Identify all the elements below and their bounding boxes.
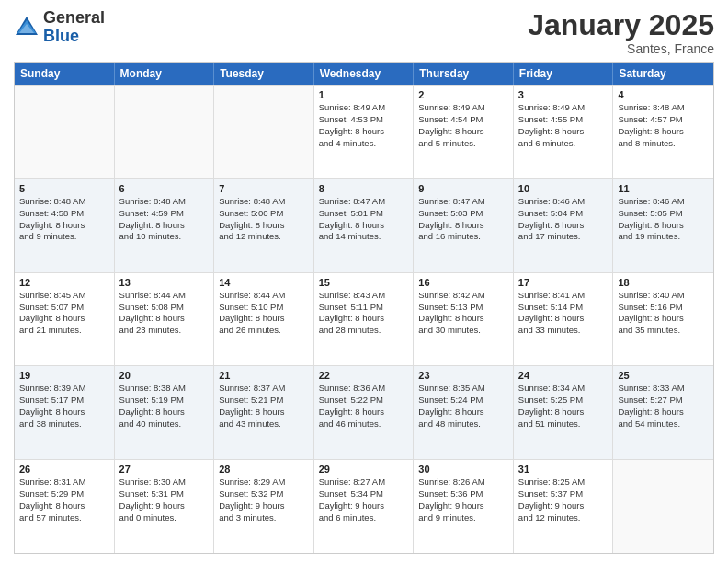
header-cell-friday: Friday (514, 63, 614, 85)
cell-line: Sunrise: 8:48 AM (618, 102, 709, 114)
cell-line: Sunrise: 8:26 AM (418, 477, 508, 488)
cell-line: Sunset: 5:31 PM (119, 488, 210, 500)
cell-line: Daylight: 8 hours (319, 220, 409, 232)
cell-line: Sunset: 4:57 PM (618, 114, 709, 126)
cell-line: Daylight: 8 hours (119, 220, 210, 232)
cell-line: Daylight: 8 hours (219, 220, 309, 232)
day-cell-26: 26Sunrise: 8:31 AMSunset: 5:29 PMDayligh… (15, 460, 115, 553)
day-number: 29 (319, 464, 409, 475)
cell-line: Sunrise: 8:34 AM (518, 383, 609, 395)
cell-line: Sunrise: 8:37 AM (219, 383, 309, 395)
cell-line: Sunrise: 8:48 AM (219, 196, 309, 208)
day-cell-6: 6Sunrise: 8:48 AMSunset: 4:59 PMDaylight… (115, 179, 215, 272)
day-number: 24 (518, 370, 609, 381)
cell-line: Sunrise: 8:40 AM (618, 290, 709, 302)
cell-line: and 6 minutes. (319, 512, 409, 524)
day-number: 25 (618, 370, 709, 381)
cell-line: Daylight: 8 hours (418, 407, 508, 419)
cell-line: Sunset: 5:17 PM (19, 395, 109, 407)
cell-line: Sunset: 5:22 PM (319, 395, 409, 407)
day-number: 30 (418, 464, 508, 475)
day-number: 13 (119, 277, 210, 288)
day-number: 8 (319, 183, 409, 194)
day-cell-3: 3Sunrise: 8:49 AMSunset: 4:55 PMDaylight… (514, 86, 614, 178)
logo-general-text: General (43, 8, 105, 27)
header-cell-sunday: Sunday (15, 63, 115, 85)
cell-line: Sunset: 5:32 PM (219, 488, 309, 500)
day-number: 31 (518, 464, 609, 475)
cell-line: Sunrise: 8:31 AM (19, 477, 109, 488)
cell-line: Sunset: 4:53 PM (319, 114, 409, 126)
empty-cell-0-0 (15, 86, 115, 178)
cell-line: Sunrise: 8:29 AM (219, 477, 309, 488)
day-number: 22 (319, 370, 409, 381)
cell-line: Sunrise: 8:36 AM (319, 383, 409, 395)
cell-line: Sunset: 5:36 PM (418, 488, 508, 500)
day-number: 26 (19, 464, 109, 475)
cell-line: and 54 minutes. (618, 419, 709, 431)
calendar-header-row: SundayMondayTuesdayWednesdayThursdayFrid… (15, 63, 713, 85)
cell-line: Sunset: 5:25 PM (518, 395, 609, 407)
cell-line: Sunrise: 8:46 AM (518, 196, 609, 208)
empty-cell-0-2 (214, 86, 314, 178)
day-number: 21 (219, 370, 309, 381)
day-cell-9: 9Sunrise: 8:47 AMSunset: 5:03 PMDaylight… (414, 179, 514, 272)
cell-line: Sunrise: 8:35 AM (418, 383, 508, 395)
day-number: 28 (219, 464, 309, 475)
day-cell-22: 22Sunrise: 8:36 AMSunset: 5:22 PMDayligh… (314, 366, 415, 459)
cell-line: Daylight: 8 hours (319, 407, 409, 419)
cell-line: Sunrise: 8:30 AM (119, 477, 210, 488)
cell-line: Sunset: 4:54 PM (418, 114, 508, 126)
cell-line: Sunrise: 8:39 AM (19, 383, 109, 395)
cell-line: and 0 minutes. (119, 512, 210, 524)
cell-line: Daylight: 8 hours (319, 126, 409, 138)
cell-line: Daylight: 8 hours (618, 126, 709, 138)
cell-line: and 9 minutes. (19, 231, 109, 243)
calendar: SundayMondayTuesdayWednesdayThursdayFrid… (14, 62, 714, 554)
cell-line: Sunrise: 8:27 AM (319, 477, 409, 488)
day-cell-17: 17Sunrise: 8:41 AMSunset: 5:14 PMDayligh… (514, 273, 614, 366)
cell-line: and 4 minutes. (319, 138, 409, 150)
day-cell-29: 29Sunrise: 8:27 AMSunset: 5:34 PMDayligh… (314, 460, 415, 553)
cell-line: Sunset: 5:03 PM (418, 208, 508, 220)
cell-line: Sunrise: 8:44 AM (119, 290, 210, 302)
day-number: 12 (19, 277, 109, 288)
cell-line: and 6 minutes. (518, 138, 609, 150)
day-cell-4: 4Sunrise: 8:48 AMSunset: 4:57 PMDaylight… (613, 86, 713, 178)
cell-line: Sunrise: 8:47 AM (319, 196, 409, 208)
calendar-row-1: 5Sunrise: 8:48 AMSunset: 4:58 PMDaylight… (15, 178, 713, 272)
cell-line: Sunset: 5:07 PM (19, 302, 109, 314)
day-number: 23 (418, 370, 508, 381)
cell-line: Daylight: 8 hours (418, 126, 508, 138)
day-number: 16 (418, 277, 508, 288)
cell-line: Sunrise: 8:38 AM (119, 383, 210, 395)
day-number: 6 (119, 183, 210, 194)
cell-line: and 51 minutes. (518, 419, 609, 431)
cell-line: Daylight: 8 hours (618, 220, 709, 232)
cell-line: and 38 minutes. (19, 419, 109, 431)
cell-line: Daylight: 8 hours (219, 407, 309, 419)
day-cell-2: 2Sunrise: 8:49 AMSunset: 4:54 PMDaylight… (414, 86, 514, 178)
cell-line: and 23 minutes. (119, 325, 210, 337)
calendar-row-0: 1Sunrise: 8:49 AMSunset: 4:53 PMDaylight… (15, 85, 713, 178)
cell-line: Sunset: 4:55 PM (518, 114, 609, 126)
day-cell-23: 23Sunrise: 8:35 AMSunset: 5:24 PMDayligh… (414, 366, 514, 459)
cell-line: Daylight: 8 hours (19, 313, 109, 325)
day-cell-15: 15Sunrise: 8:43 AMSunset: 5:11 PMDayligh… (314, 273, 415, 366)
day-cell-30: 30Sunrise: 8:26 AMSunset: 5:36 PMDayligh… (414, 460, 514, 553)
day-number: 4 (618, 89, 709, 100)
empty-cell-4-6 (613, 460, 713, 553)
cell-line: and 48 minutes. (418, 419, 508, 431)
cell-line: Daylight: 9 hours (219, 500, 309, 512)
logo-icon (14, 15, 40, 40)
cell-line: Daylight: 9 hours (518, 500, 609, 512)
cell-line: and 46 minutes. (319, 419, 409, 431)
cell-line: Daylight: 8 hours (618, 313, 709, 325)
cell-line: and 17 minutes. (518, 231, 609, 243)
cell-line: and 30 minutes. (418, 325, 508, 337)
day-cell-1: 1Sunrise: 8:49 AMSunset: 4:53 PMDaylight… (314, 86, 415, 178)
cell-line: and 12 minutes. (219, 231, 309, 243)
day-number: 17 (518, 277, 609, 288)
day-cell-27: 27Sunrise: 8:30 AMSunset: 5:31 PMDayligh… (115, 460, 215, 553)
calendar-row-4: 26Sunrise: 8:31 AMSunset: 5:29 PMDayligh… (15, 459, 713, 553)
